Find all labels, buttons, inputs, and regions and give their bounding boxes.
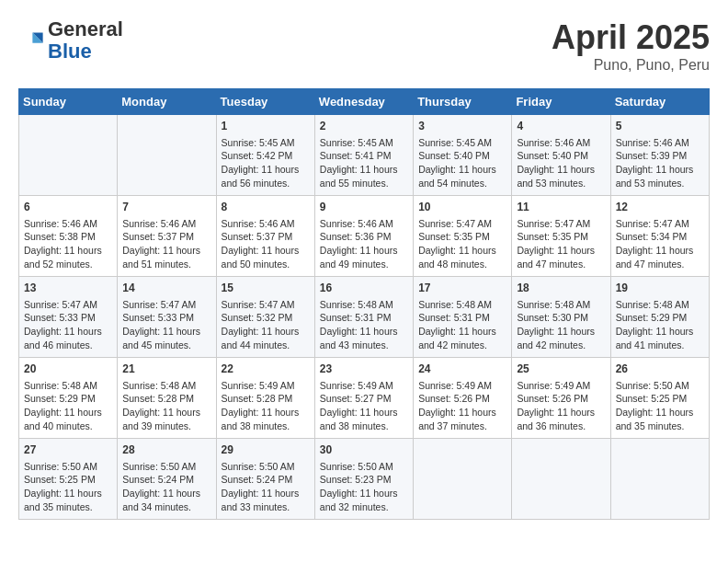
cell-info: Sunset: 5:40 PM <box>517 149 605 163</box>
page-header: General Blue April 2025 Puno, Puno, Peru <box>18 18 710 74</box>
cell-info: Sunset: 5:25 PM <box>24 473 112 487</box>
cell-info: Daylight: 11 hours and 47 minutes. <box>616 244 704 270</box>
cell-info: Sunrise: 5:46 AM <box>616 136 704 150</box>
calendar-subtitle: Puno, Puno, Peru <box>552 57 710 74</box>
day-number: 22 <box>222 362 310 377</box>
calendar-cell: 12Sunrise: 5:47 AMSunset: 5:34 PMDayligh… <box>610 196 709 277</box>
calendar-cell <box>19 115 118 196</box>
cell-info: Sunset: 5:37 PM <box>122 230 210 244</box>
cell-info: Sunset: 5:33 PM <box>24 311 112 325</box>
cell-info: Daylight: 11 hours and 45 minutes. <box>122 325 210 351</box>
cell-info: Sunrise: 5:48 AM <box>616 298 704 312</box>
cell-info: Sunset: 5:30 PM <box>517 311 605 325</box>
calendar-cell: 23Sunrise: 5:49 AMSunset: 5:27 PMDayligh… <box>314 358 413 439</box>
cell-info: Sunrise: 5:49 AM <box>418 379 506 393</box>
calendar-cell: 7Sunrise: 5:46 AMSunset: 5:37 PMDaylight… <box>118 196 216 277</box>
day-number: 11 <box>517 200 605 215</box>
cell-info: Sunset: 5:23 PM <box>320 473 408 487</box>
calendar-cell: 1Sunrise: 5:45 AMSunset: 5:42 PMDaylight… <box>216 115 314 196</box>
calendar-cell: 14Sunrise: 5:47 AMSunset: 5:33 PMDayligh… <box>118 277 216 358</box>
day-number: 5 <box>616 119 704 134</box>
cell-info: Sunrise: 5:46 AM <box>24 217 112 231</box>
calendar-cell: 28Sunrise: 5:50 AMSunset: 5:24 PMDayligh… <box>118 439 216 520</box>
cell-info: Sunset: 5:34 PM <box>616 230 704 244</box>
cell-info: Sunrise: 5:50 AM <box>24 460 112 474</box>
calendar-cell: 13Sunrise: 5:47 AMSunset: 5:33 PMDayligh… <box>19 277 118 358</box>
calendar-cell: 21Sunrise: 5:48 AMSunset: 5:28 PMDayligh… <box>118 358 216 439</box>
cell-info: Sunrise: 5:50 AM <box>122 460 210 474</box>
cell-info: Daylight: 11 hours and 48 minutes. <box>418 244 506 270</box>
calendar-cell: 16Sunrise: 5:48 AMSunset: 5:31 PMDayligh… <box>314 277 413 358</box>
cell-info: Sunrise: 5:47 AM <box>24 298 112 312</box>
cell-info: Sunset: 5:38 PM <box>24 230 112 244</box>
cell-info: Sunset: 5:32 PM <box>222 311 310 325</box>
day-number: 15 <box>222 281 310 296</box>
cell-info: Sunrise: 5:46 AM <box>222 217 310 231</box>
cell-info: Daylight: 11 hours and 36 minutes. <box>517 406 605 432</box>
calendar-table: SundayMondayTuesdayWednesdayThursdayFrid… <box>18 88 710 520</box>
calendar-cell: 25Sunrise: 5:49 AMSunset: 5:26 PMDayligh… <box>512 358 610 439</box>
day-number: 13 <box>24 281 112 296</box>
cell-info: Sunrise: 5:48 AM <box>517 298 605 312</box>
header-day-saturday: Saturday <box>610 89 709 115</box>
cell-info: Sunrise: 5:46 AM <box>122 217 210 231</box>
logo-blue: Blue <box>48 40 123 63</box>
cell-info: Sunset: 5:24 PM <box>222 473 310 487</box>
cell-info: Daylight: 11 hours and 39 minutes. <box>122 406 210 432</box>
cell-info: Sunset: 5:25 PM <box>616 392 704 406</box>
cell-info: Sunset: 5:29 PM <box>616 311 704 325</box>
cell-info: Daylight: 11 hours and 38 minutes. <box>320 406 408 432</box>
day-number: 29 <box>222 442 310 458</box>
calendar-week-1: 1Sunrise: 5:45 AMSunset: 5:42 PMDaylight… <box>19 115 710 196</box>
cell-info: Daylight: 11 hours and 35 minutes. <box>24 487 112 513</box>
day-number: 10 <box>418 200 506 215</box>
day-number: 1 <box>222 119 310 134</box>
cell-info: Sunrise: 5:45 AM <box>222 136 310 150</box>
cell-info: Sunset: 5:28 PM <box>122 392 210 406</box>
calendar-cell: 29Sunrise: 5:50 AMSunset: 5:24 PMDayligh… <box>216 439 314 520</box>
day-number: 8 <box>222 200 310 215</box>
calendar-header: SundayMondayTuesdayWednesdayThursdayFrid… <box>19 89 710 115</box>
cell-info: Sunrise: 5:46 AM <box>320 217 408 231</box>
cell-info: Daylight: 11 hours and 56 minutes. <box>222 163 310 190</box>
day-number: 28 <box>122 442 210 458</box>
calendar-cell: 3Sunrise: 5:45 AMSunset: 5:40 PMDaylight… <box>414 115 512 196</box>
calendar-cell: 24Sunrise: 5:49 AMSunset: 5:26 PMDayligh… <box>414 358 512 439</box>
cell-info: Sunrise: 5:48 AM <box>320 298 408 312</box>
day-number: 20 <box>24 362 112 377</box>
cell-info: Daylight: 11 hours and 51 minutes. <box>122 244 210 270</box>
header-day-sunday: Sunday <box>19 89 118 115</box>
day-number: 3 <box>418 119 506 134</box>
day-number: 19 <box>616 281 704 296</box>
day-number: 6 <box>24 200 112 215</box>
cell-info: Daylight: 11 hours and 53 minutes. <box>517 163 605 190</box>
day-number: 23 <box>320 362 408 377</box>
header-day-tuesday: Tuesday <box>216 89 314 115</box>
cell-info: Daylight: 11 hours and 35 minutes. <box>616 406 704 432</box>
calendar-title: April 2025 <box>552 18 710 57</box>
cell-info: Sunrise: 5:49 AM <box>320 379 408 393</box>
cell-info: Sunrise: 5:48 AM <box>418 298 506 312</box>
day-number: 4 <box>517 119 605 134</box>
cell-info: Sunset: 5:28 PM <box>222 392 310 406</box>
day-number: 7 <box>122 200 210 215</box>
cell-info: Sunset: 5:26 PM <box>517 392 605 406</box>
calendar-cell: 19Sunrise: 5:48 AMSunset: 5:29 PMDayligh… <box>610 277 709 358</box>
calendar-body: 1Sunrise: 5:45 AMSunset: 5:42 PMDaylight… <box>19 115 710 520</box>
cell-info: Sunrise: 5:50 AM <box>222 460 310 474</box>
calendar-cell <box>414 439 512 520</box>
day-number: 16 <box>320 281 408 296</box>
cell-info: Daylight: 11 hours and 42 minutes. <box>418 325 506 351</box>
cell-info: Sunrise: 5:45 AM <box>320 136 408 150</box>
cell-info: Daylight: 11 hours and 44 minutes. <box>222 325 310 351</box>
cell-info: Daylight: 11 hours and 50 minutes. <box>222 244 310 270</box>
cell-info: Daylight: 11 hours and 53 minutes. <box>616 163 704 190</box>
calendar-cell: 26Sunrise: 5:50 AMSunset: 5:25 PMDayligh… <box>610 358 709 439</box>
header-row: SundayMondayTuesdayWednesdayThursdayFrid… <box>19 89 710 115</box>
cell-info: Sunrise: 5:47 AM <box>517 217 605 231</box>
cell-info: Sunrise: 5:48 AM <box>24 379 112 393</box>
cell-info: Daylight: 11 hours and 40 minutes. <box>24 406 112 432</box>
cell-info: Daylight: 11 hours and 47 minutes. <box>517 244 605 270</box>
cell-info: Daylight: 11 hours and 46 minutes. <box>24 325 112 351</box>
calendar-cell: 5Sunrise: 5:46 AMSunset: 5:39 PMDaylight… <box>610 115 709 196</box>
